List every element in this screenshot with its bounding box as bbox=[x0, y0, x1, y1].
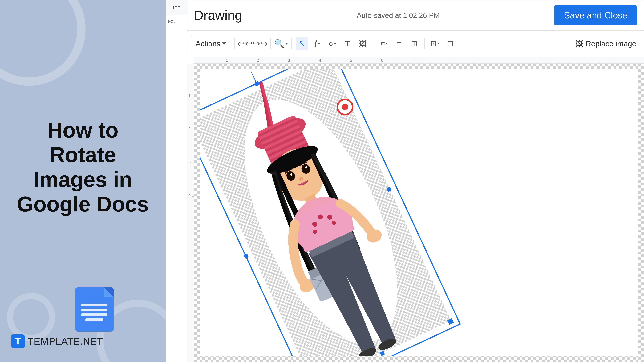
image-options-button[interactable]: ⊟ bbox=[444, 38, 456, 50]
shapes-chevron-icon bbox=[334, 43, 336, 44]
sidebar-toolbar-tab: Too bbox=[166, 0, 187, 15]
ruler-left-svg: 1 2 3 4 bbox=[187, 64, 194, 362]
sidebar-text-label: ext bbox=[166, 15, 187, 27]
drawing-toolbar: Actions ↩ ↪ 🔍 ↖ bbox=[187, 31, 644, 57]
svg-text:5: 5 bbox=[350, 58, 352, 63]
undo-icon: ↩ bbox=[238, 38, 252, 49]
textbox-icon: T bbox=[345, 39, 350, 48]
cursor-icon: ↖ bbox=[298, 38, 306, 49]
pencil-tool-button[interactable]: ✏ bbox=[378, 38, 390, 50]
drawing-editor: Drawing Auto-saved at 1:02:26 PM Save an… bbox=[187, 0, 644, 362]
doc-line-4 bbox=[86, 318, 103, 321]
actions-label: Actions bbox=[196, 39, 220, 48]
redo-icon: ↪ bbox=[253, 38, 268, 49]
template-logo: T TEMPLATE.NET bbox=[11, 334, 103, 348]
border-style-button[interactable]: ≡ bbox=[393, 38, 405, 50]
actions-button[interactable]: Actions bbox=[191, 36, 230, 51]
undo-button[interactable]: ↩ bbox=[239, 38, 251, 50]
right-panel: Too ext Drawing Auto-saved at 1:02:26 PM… bbox=[166, 0, 644, 362]
svg-rect-73 bbox=[244, 254, 249, 259]
replace-image-icon: 🖼 bbox=[576, 39, 583, 48]
crop-icon: ⊡ bbox=[430, 39, 437, 48]
svg-text:3: 3 bbox=[288, 58, 290, 63]
toolbar-divider-1 bbox=[234, 38, 234, 49]
table-button[interactable]: ⊞ bbox=[408, 38, 420, 50]
toolbar-divider-5 bbox=[424, 38, 425, 49]
ruler-top: 1 2 3 4 5 6 7 bbox=[194, 57, 644, 64]
toolbar-divider-2 bbox=[270, 38, 271, 49]
border-style-icon: ≡ bbox=[397, 39, 401, 48]
svg-text:3: 3 bbox=[188, 160, 191, 164]
logo-area: T TEMPLATE.NET bbox=[11, 334, 103, 348]
ruler-top-svg: 1 2 3 4 5 6 7 bbox=[194, 57, 644, 64]
decorative-circle bbox=[7, 293, 55, 341]
canvas-content bbox=[200, 69, 638, 356]
svg-text:2: 2 bbox=[257, 58, 259, 63]
svg-text:4: 4 bbox=[319, 58, 321, 63]
doc-line-3 bbox=[81, 313, 108, 316]
svg-rect-71 bbox=[254, 81, 259, 86]
drawing-title: Drawing bbox=[194, 8, 242, 23]
autosave-status: Auto-saved at 1:02:26 PM bbox=[249, 11, 548, 20]
docs-sidebar-partial: Too ext bbox=[166, 0, 187, 362]
doc-line-2 bbox=[81, 308, 108, 311]
image-options-icon: ⊟ bbox=[447, 39, 454, 48]
line-icon: / bbox=[314, 38, 317, 49]
drawing-canvas-wrapper: 1 2 3 4 5 6 7 bbox=[187, 57, 644, 362]
shapes-icon: ○ bbox=[328, 39, 333, 48]
toolbar-divider-4 bbox=[373, 38, 374, 49]
left-panel: How to Rotate Images in Google Docs T TE… bbox=[0, 0, 166, 362]
svg-text:6: 6 bbox=[381, 58, 383, 63]
google-docs-icon bbox=[75, 287, 114, 332]
shapes-tool-button[interactable]: ○ bbox=[326, 38, 339, 50]
ruler-left: 1 2 3 4 bbox=[187, 64, 194, 362]
zoom-button[interactable]: 🔍 bbox=[275, 38, 287, 50]
svg-text:1: 1 bbox=[188, 93, 191, 98]
zoom-chevron-icon bbox=[285, 43, 288, 45]
replace-image-label: Replace image bbox=[586, 39, 636, 48]
svg-text:1: 1 bbox=[226, 58, 228, 63]
pencil-icon: ✏ bbox=[380, 39, 387, 48]
template-brand-name: TEMPLATE.NET bbox=[28, 336, 103, 347]
crop-chevron-icon bbox=[438, 43, 440, 44]
image-icon: 🖼 bbox=[359, 39, 367, 48]
main-title: How to Rotate Images in Google Docs bbox=[11, 118, 154, 217]
doc-line-1 bbox=[81, 303, 108, 306]
toolbar-partial-label: Too bbox=[172, 5, 181, 11]
drawing-canvas[interactable] bbox=[194, 64, 644, 362]
rotation-handle-inner bbox=[342, 104, 348, 110]
doc-icon-container bbox=[75, 287, 114, 332]
line-tool-button[interactable]: / bbox=[311, 38, 324, 50]
svg-text:4: 4 bbox=[188, 193, 191, 197]
actions-chevron-icon bbox=[222, 43, 226, 45]
drawing-header: Drawing Auto-saved at 1:02:26 PM Save an… bbox=[187, 0, 644, 31]
select-tool-button[interactable]: ↖ bbox=[296, 38, 308, 50]
template-t-icon: T bbox=[11, 334, 25, 348]
svg-text:7: 7 bbox=[412, 58, 414, 63]
line-chevron-icon bbox=[318, 43, 320, 44]
save-and-close-button[interactable]: Save and Close bbox=[554, 5, 637, 25]
textbox-tool-button[interactable]: T bbox=[342, 38, 354, 50]
redo-button[interactable]: ↪ bbox=[254, 38, 266, 50]
image-tool-button[interactable]: 🖼 bbox=[356, 38, 369, 50]
canvas-svg bbox=[200, 69, 638, 356]
svg-line-75 bbox=[251, 71, 256, 82]
table-icon: ⊞ bbox=[411, 39, 417, 48]
toolbar-divider-3 bbox=[292, 38, 292, 49]
replace-image-button[interactable]: 🖼 Replace image bbox=[572, 37, 640, 50]
crop-button[interactable]: ⊡ bbox=[429, 38, 441, 50]
zoom-icon: 🔍 bbox=[274, 39, 284, 49]
svg-text:2: 2 bbox=[188, 127, 191, 131]
